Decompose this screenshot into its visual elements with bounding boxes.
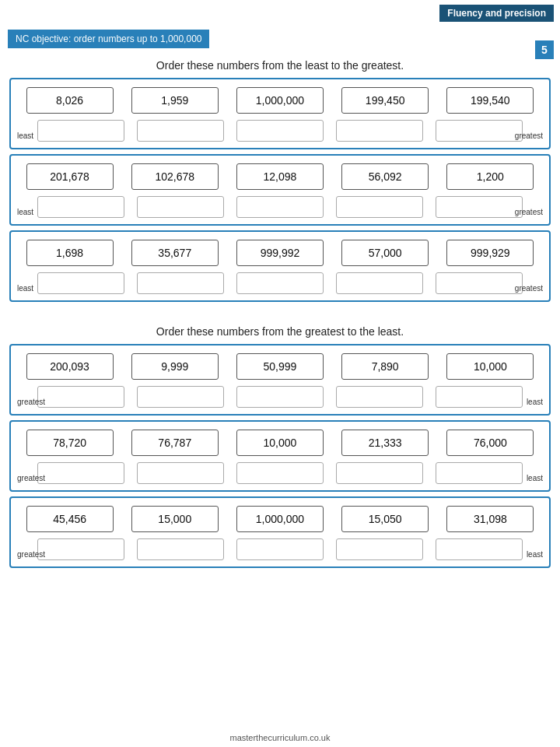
number-box-2-4: 999,929 bbox=[446, 240, 534, 266]
page-number: 5 bbox=[535, 40, 554, 59]
number-box-1-0: 201,678 bbox=[26, 163, 114, 190]
section1-exercises: 8,0261,9591,000,000199,450199,540leastgr… bbox=[0, 78, 560, 302]
answer-box-1-1[interactable] bbox=[137, 196, 224, 218]
number-box-0-0: 200,093 bbox=[26, 353, 114, 380]
answer-box-2-0[interactable] bbox=[37, 538, 124, 560]
number-box-1-4: 1,200 bbox=[446, 163, 534, 190]
number-box-1-3: 56,092 bbox=[341, 163, 429, 190]
answer-row-0 bbox=[17, 386, 543, 408]
footer: masterthecurriculum.co.uk bbox=[0, 733, 560, 742]
answer-box-0-1[interactable] bbox=[137, 120, 224, 142]
numbers-row-0: 200,0939,99950,9997,89010,000 bbox=[17, 353, 543, 380]
left-label-1: greatest bbox=[17, 474, 45, 482]
answer-box-2-2[interactable] bbox=[236, 272, 324, 294]
number-box-0-3: 7,890 bbox=[341, 353, 429, 380]
number-box-1-3: 21,333 bbox=[341, 430, 429, 456]
number-box-1-2: 10,000 bbox=[236, 430, 324, 456]
number-box-0-4: 10,000 bbox=[446, 353, 534, 380]
answer-box-2-4[interactable] bbox=[436, 272, 523, 294]
number-box-0-2: 50,999 bbox=[236, 353, 324, 380]
answer-box-2-1[interactable] bbox=[137, 538, 224, 560]
right-label-0: least bbox=[527, 398, 543, 406]
answer-box-2-2[interactable] bbox=[236, 538, 324, 560]
answer-box-0-3[interactable] bbox=[336, 386, 423, 408]
answer-row-1 bbox=[17, 196, 543, 218]
number-box-0-1: 1,959 bbox=[131, 87, 219, 114]
exercise-block-section2-exercises-2: 45,45615,0001,000,00015,05031,098greates… bbox=[9, 496, 551, 568]
left-label-2: greatest bbox=[17, 550, 45, 559]
number-box-2-1: 35,677 bbox=[131, 240, 219, 266]
number-box-1-2: 12,098 bbox=[236, 163, 324, 190]
answer-box-1-3[interactable] bbox=[336, 196, 423, 218]
section2-instruction: Order these numbers from the greatest to… bbox=[0, 325, 560, 338]
number-box-2-2: 1,000,000 bbox=[236, 506, 324, 532]
answer-box-0-3[interactable] bbox=[336, 120, 423, 142]
number-box-1-1: 76,787 bbox=[131, 430, 219, 456]
number-box-2-0: 45,456 bbox=[26, 506, 114, 532]
answer-row-wrap-1: leastgreatest bbox=[17, 196, 543, 218]
answer-row-wrap-1: greatestleast bbox=[17, 462, 543, 484]
answer-box-2-0[interactable] bbox=[37, 272, 124, 294]
header: Fluency and precision bbox=[0, 0, 560, 26]
answer-row-1 bbox=[17, 462, 543, 484]
number-box-0-3: 199,450 bbox=[341, 87, 429, 114]
answer-box-1-1[interactable] bbox=[137, 462, 224, 484]
section2-exercises: 200,0939,99950,9997,89010,000greatestlea… bbox=[0, 344, 560, 568]
exercise-block-section2-exercises-1: 78,72076,78710,00021,33376,000greatestle… bbox=[9, 420, 551, 492]
fluency-badge: Fluency and precision bbox=[439, 5, 554, 22]
answer-box-0-2[interactable] bbox=[236, 386, 324, 408]
answer-box-0-2[interactable] bbox=[236, 120, 324, 142]
right-label-1: greatest bbox=[515, 208, 543, 216]
answer-box-2-1[interactable] bbox=[137, 272, 224, 294]
exercise-block-section1-exercises-0: 8,0261,9591,000,000199,450199,540leastgr… bbox=[9, 78, 551, 149]
answer-box-1-4[interactable] bbox=[436, 462, 523, 484]
number-box-2-3: 15,050 bbox=[341, 506, 429, 532]
section1-instruction: Order these numbers from the least to th… bbox=[0, 59, 560, 72]
number-box-2-1: 15,000 bbox=[131, 506, 219, 532]
answer-box-1-0[interactable] bbox=[37, 196, 124, 218]
left-label-0: least bbox=[17, 132, 33, 140]
numbers-row-1: 78,72076,78710,00021,33376,000 bbox=[17, 430, 543, 456]
number-box-1-1: 102,678 bbox=[131, 163, 219, 190]
right-label-2: least bbox=[527, 550, 543, 559]
answer-box-0-1[interactable] bbox=[137, 386, 224, 408]
left-label-0: greatest bbox=[17, 398, 45, 406]
answer-box-1-2[interactable] bbox=[236, 196, 324, 218]
answer-box-0-0[interactable] bbox=[37, 120, 124, 142]
right-label-2: greatest bbox=[515, 284, 543, 293]
number-box-2-0: 1,698 bbox=[26, 240, 114, 266]
numbers-row-2: 1,69835,677999,99257,000999,929 bbox=[17, 240, 543, 266]
number-box-1-4: 76,000 bbox=[446, 430, 534, 456]
answer-box-2-3[interactable] bbox=[336, 272, 423, 294]
answer-row-wrap-0: greatestleast bbox=[17, 386, 543, 408]
number-box-2-2: 999,992 bbox=[236, 240, 324, 266]
answer-box-1-0[interactable] bbox=[37, 462, 124, 484]
answer-row-wrap-2: greatestleast bbox=[17, 538, 543, 560]
answer-box-2-4[interactable] bbox=[436, 538, 523, 560]
number-box-0-0: 8,026 bbox=[26, 87, 114, 114]
answer-row-2 bbox=[17, 272, 543, 294]
answer-box-0-4[interactable] bbox=[436, 120, 523, 142]
numbers-row-0: 8,0261,9591,000,000199,450199,540 bbox=[17, 87, 543, 114]
right-label-1: least bbox=[527, 474, 543, 482]
answer-box-1-3[interactable] bbox=[336, 462, 423, 484]
answer-row-wrap-2: leastgreatest bbox=[17, 272, 543, 294]
answer-box-2-3[interactable] bbox=[336, 538, 423, 560]
number-box-2-4: 31,098 bbox=[446, 506, 534, 532]
exercise-block-section1-exercises-2: 1,69835,677999,99257,000999,929leastgrea… bbox=[9, 230, 551, 302]
right-label-0: greatest bbox=[515, 132, 543, 140]
answer-box-0-0[interactable] bbox=[37, 386, 124, 408]
answer-box-1-2[interactable] bbox=[236, 462, 324, 484]
exercise-block-section1-exercises-1: 201,678102,67812,09856,0921,200leastgrea… bbox=[9, 154, 551, 226]
answer-row-2 bbox=[17, 538, 543, 560]
left-label-1: least bbox=[17, 208, 33, 216]
numbers-row-2: 45,45615,0001,000,00015,05031,098 bbox=[17, 506, 543, 532]
number-box-0-1: 9,999 bbox=[131, 353, 219, 380]
answer-box-0-4[interactable] bbox=[436, 386, 523, 408]
numbers-row-1: 201,678102,67812,09856,0921,200 bbox=[17, 163, 543, 190]
number-box-2-3: 57,000 bbox=[341, 240, 429, 266]
footer-text: masterthecurriculum.co.uk bbox=[230, 733, 331, 742]
exercise-block-section2-exercises-0: 200,0939,99950,9997,89010,000greatestlea… bbox=[9, 344, 551, 416]
answer-box-1-4[interactable] bbox=[436, 196, 523, 218]
answer-row-0 bbox=[17, 120, 543, 142]
